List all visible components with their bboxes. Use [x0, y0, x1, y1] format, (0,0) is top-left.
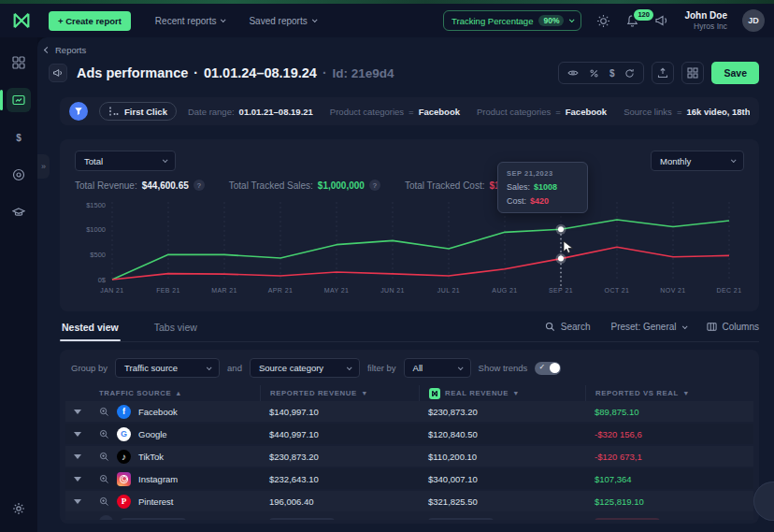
svg-text:$1000: $1000	[86, 225, 106, 234]
hyros-badge-icon	[429, 388, 440, 399]
stat-value: $44,600.65	[142, 180, 189, 191]
filter-by-select[interactable]: All	[404, 358, 471, 378]
sidebar-item-dashboard[interactable]	[7, 50, 31, 75]
attribution-model-pill[interactable]: First Click	[99, 102, 177, 121]
tracking-percentage-dropdown[interactable]: Tracking Percentage 90%	[443, 10, 581, 31]
announcements-button[interactable]	[654, 13, 669, 28]
chart-stats-row: Total Revenue: $44,600.65 ?Total Tracked…	[75, 180, 744, 191]
table-row[interactable]: P Pinterest 196,006.40 $321,825.50 $125,…	[65, 491, 753, 511]
create-report-button[interactable]: + Create report	[49, 11, 131, 31]
tab-nested-view[interactable]: Nested view	[60, 320, 121, 340]
table-card: Group by Traffic source and Source categ…	[60, 350, 759, 524]
sidebar-item-academy[interactable]	[7, 200, 31, 224]
save-button[interactable]: Save	[711, 62, 759, 84]
filter-condition[interactable]: Date range:01.01.21–08.19.21	[188, 107, 313, 117]
sidebar-item-settings[interactable]	[7, 496, 31, 521]
dollar-icon[interactable]: $	[609, 68, 615, 79]
triangle-down-icon	[74, 432, 81, 437]
columns-label: Columns	[723, 322, 759, 332]
sidebar-item-payments[interactable]: $	[7, 125, 31, 150]
tab-tabs-view[interactable]: Tabs view	[152, 320, 199, 340]
filter-button[interactable]	[69, 102, 88, 121]
help-icon[interactable]: ?	[194, 180, 205, 191]
user-info[interactable]: John Doe Hyros Inc	[684, 10, 727, 31]
breadcrumb[interactable]: Reports	[45, 45, 759, 55]
filter-condition[interactable]: Source links=16k video, 18th post, 16k v…	[624, 107, 750, 117]
table-row[interactable]: Instagram $232,643.10 $340,007.10 $107,3…	[65, 468, 753, 489]
sidebar-item-tracking[interactable]	[7, 163, 31, 187]
show-trends-toggle[interactable]: ✓	[535, 362, 561, 375]
row-expand-toggle[interactable]	[65, 468, 90, 489]
filter-condition[interactable]: Product categories=Facebook	[477, 107, 607, 117]
zoom-in-icon[interactable]	[99, 407, 109, 417]
performance-line-chart[interactable]: JAN 21FEB 21MAR 21APR 21MAY 21JUN 21JUL …	[75, 194, 744, 306]
reported-vs-real-cell: -$120 673,1	[585, 446, 753, 467]
reported-revenue-header[interactable]: REPORTED REVENUE▼	[260, 385, 419, 401]
table-controls: Group by Traffic source and Source categ…	[65, 356, 753, 385]
notification-count-badge: 120	[632, 7, 655, 22]
eye-icon[interactable]	[567, 67, 579, 79]
export-button[interactable]	[652, 62, 674, 84]
row-expand-toggle[interactable]	[65, 424, 90, 444]
tooltip-date: SEP 21,2023	[507, 169, 579, 178]
table-header: TRAFFIC SOURCE▲ REPORTED REVENUE▼ REAL R…	[65, 385, 753, 401]
table-row[interactable]: f Facebook $140,997.10 $230,873.20 $89,8…	[65, 401, 753, 422]
sidebar-item-reports[interactable]	[7, 88, 31, 112]
percent-icon[interactable]	[589, 68, 599, 79]
filter-by-label: filter by	[367, 363, 396, 373]
tooltip-metric-label: Cost:	[507, 196, 526, 206]
real-revenue-header[interactable]: REAL REVENUE▼	[419, 385, 585, 401]
zoom-in-icon[interactable]	[99, 474, 109, 484]
search-button[interactable]: Search	[545, 322, 591, 332]
filter-condition-value: 01.01.21–08.19.21	[239, 107, 313, 117]
svg-text:JUN 21: JUN 21	[380, 287, 405, 294]
help-icon[interactable]: ?	[369, 180, 380, 191]
traffic-source-header[interactable]: TRAFFIC SOURCE▲	[90, 385, 260, 401]
breadcrumb-label: Reports	[55, 45, 86, 55]
breakdown-select[interactable]: Total	[75, 151, 176, 171]
zoom-in-icon[interactable]	[99, 452, 109, 462]
group-by-2-value: Source category	[259, 363, 323, 373]
granularity-select[interactable]: Monthly	[651, 151, 744, 171]
traffic-source-name: Pinterest	[138, 496, 174, 507]
columns-button[interactable]: Columns	[707, 322, 759, 332]
filter-condition[interactable]: Product categories=Facebook	[330, 107, 460, 117]
google-icon: G	[117, 427, 131, 441]
zoom-in-icon[interactable]	[99, 496, 109, 507]
group-by-select[interactable]: Traffic source	[115, 358, 220, 378]
chevron-down-icon	[163, 157, 168, 163]
tooltip-metric-value: $420	[530, 196, 549, 206]
row-expand-toggle[interactable]	[65, 446, 90, 467]
filter-by-value: All	[413, 363, 423, 373]
report-date-range: 01.01.24–08.19.24	[204, 65, 317, 80]
group-by-2-select[interactable]: Source category	[250, 358, 360, 378]
sidebar-expand-button[interactable]: »	[37, 154, 50, 179]
megaphone-icon	[52, 67, 64, 79]
saved-reports-menu[interactable]: Saved reports	[249, 16, 315, 26]
pinterest-icon: P	[117, 495, 131, 509]
row-expand-toggle[interactable]	[65, 401, 90, 422]
grid-icon	[687, 67, 698, 79]
sidebar: $	[0, 37, 37, 532]
zoom-in-icon[interactable]	[99, 429, 109, 439]
sort-desc-icon: ▼	[513, 390, 521, 396]
group-by-label: Group by	[71, 363, 108, 373]
avatar[interactable]: JD	[742, 9, 765, 32]
widgets-button[interactable]	[681, 62, 704, 84]
stat-label: Total Revenue:	[75, 180, 137, 191]
table-row[interactable]: ♪ TikTok $230,873.20 $110,200.10 -$120 6…	[65, 446, 753, 467]
breakdown-select-value: Total	[84, 156, 103, 166]
dashboard-grid-icon	[12, 56, 25, 69]
table-row[interactable]: G Google $440,997.10 $120,840.50 -$320 1…	[65, 424, 753, 444]
recent-reports-menu[interactable]: Recent reports	[155, 16, 225, 26]
preset-dropdown[interactable]: Preset: General	[610, 322, 685, 332]
search-icon	[545, 322, 555, 332]
search-label: Search	[561, 322, 591, 332]
target-icon	[12, 168, 25, 181]
row-expand-toggle[interactable]	[65, 491, 90, 511]
reported-vs-real-header[interactable]: REPORTED VS REAL▼	[585, 385, 753, 401]
theme-toggle-button[interactable]	[596, 14, 610, 28]
hyros-logo-icon[interactable]	[11, 10, 32, 31]
refresh-icon[interactable]	[624, 68, 635, 79]
notifications-button[interactable]: 120	[625, 14, 639, 28]
